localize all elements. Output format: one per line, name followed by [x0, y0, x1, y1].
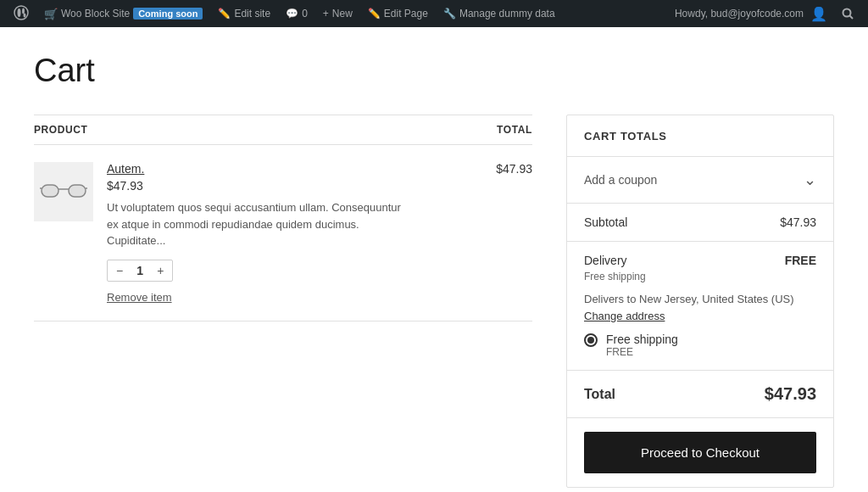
admin-bar-left: 🛒 Woo Block Site Coming soon ✏️ Edit sit…: [7, 0, 675, 27]
shipping-option: Free shipping FREE: [584, 333, 816, 358]
admin-bar: 🛒 Woo Block Site Coming soon ✏️ Edit sit…: [0, 0, 868, 27]
quantity-increase-button[interactable]: +: [155, 265, 165, 277]
svg-rect-7: [69, 185, 86, 197]
manage-data-icon: 🔧: [443, 8, 456, 20]
quantity-control: − 1 +: [107, 260, 173, 282]
edit-page-button[interactable]: ✏️ Edit Page: [361, 0, 435, 27]
edit-page-icon: ✏️: [368, 8, 381, 20]
radio-selected-indicator: [587, 337, 594, 344]
main-content: Cart PRODUCT TOTAL: [0, 27, 868, 492]
shipping-radio[interactable]: [584, 333, 598, 347]
svg-point-2: [22, 8, 25, 14]
delivery-label: Delivery: [584, 254, 627, 267]
wp-logo-button[interactable]: [7, 0, 36, 27]
new-icon: +: [323, 8, 329, 20]
manage-data-label: Manage dummy data: [459, 8, 555, 20]
delivery-sub-label: Free shipping: [584, 271, 816, 282]
total-label: Total: [584, 387, 615, 402]
cart-totals-title: CART TOTALS: [584, 130, 667, 143]
coupon-row[interactable]: Add a coupon ⌄: [567, 157, 833, 204]
subtotal-row: Subtotal $47.93: [567, 204, 833, 242]
coming-soon-badge: Coming soon: [133, 8, 203, 20]
checkout-button[interactable]: Proceed to Checkout: [584, 432, 816, 473]
delivery-section: Delivery FREE Free shipping Delivers to …: [567, 242, 833, 371]
total-row: Total $47.93: [567, 371, 833, 418]
delivery-address: Delivers to New Jersey, United States (U…: [584, 291, 816, 324]
chevron-down-icon: ⌄: [804, 171, 816, 189]
quantity-decrease-button[interactable]: −: [114, 265, 125, 277]
comments-icon: 💬: [286, 8, 298, 20]
product-image: [34, 162, 93, 221]
user-greeting: Howdy, bud@joyofcode.com: [675, 8, 804, 20]
svg-point-4: [843, 9, 851, 17]
comments-count: 0: [302, 8, 308, 20]
cart-totals-header: CART TOTALS: [567, 115, 833, 157]
admin-bar-right: Howdy, bud@joyofcode.com 👤: [675, 0, 861, 27]
edit-page-label: Edit Page: [384, 8, 428, 20]
product-description: Ut voluptatem quos sequi accusantium ull…: [107, 199, 403, 249]
cart-table-section: PRODUCT TOTAL: [34, 115, 532, 321]
edit-site-button[interactable]: ✏️ Edit site: [211, 0, 277, 27]
total-value: $47.93: [765, 384, 816, 404]
shipping-option-price: FREE: [606, 346, 678, 358]
cart-layout: PRODUCT TOTAL: [34, 115, 834, 488]
change-address-link[interactable]: Change address: [584, 310, 665, 322]
product-info-cell: Autem. $47.93 Ut voluptatem quos sequi a…: [107, 145, 486, 321]
product-name[interactable]: Autem.: [107, 162, 144, 176]
shipping-option-label: Free shipping: [606, 333, 678, 346]
delivery-value: FREE: [785, 254, 816, 267]
edit-site-label: Edit site: [234, 8, 270, 20]
svg-point-0: [14, 6, 28, 20]
search-button[interactable]: [834, 0, 861, 27]
user-avatar-icon: 👤: [810, 6, 827, 22]
woo-icon: 🛒: [44, 8, 58, 20]
svg-rect-6: [42, 185, 58, 197]
new-label: New: [332, 8, 353, 20]
product-image-cell: [34, 145, 107, 321]
shipping-option-info: Free shipping FREE: [606, 333, 678, 358]
page-title: Cart: [34, 53, 834, 89]
coupon-label: Add a coupon: [584, 173, 657, 187]
delivery-top: Delivery FREE: [584, 254, 816, 267]
new-button[interactable]: + New: [316, 0, 359, 27]
quantity-value: 1: [131, 264, 148, 277]
table-row: Autem. $47.93 Ut voluptatem quos sequi a…: [34, 145, 532, 321]
remove-item-button[interactable]: Remove item: [107, 291, 172, 304]
wp-logo-icon: [14, 5, 29, 23]
svg-point-3: [24, 13, 26, 17]
manage-data-button[interactable]: 🔧 Manage dummy data: [437, 0, 562, 27]
product-column-header: PRODUCT: [34, 115, 486, 145]
edit-site-icon: ✏️: [218, 8, 231, 20]
total-column-header: TOTAL: [486, 115, 532, 145]
site-name-button[interactable]: 🛒 Woo Block Site Coming soon: [37, 0, 209, 27]
svg-point-1: [18, 8, 21, 17]
subtotal-label: Subtotal: [584, 215, 627, 229]
site-name-label: Woo Block Site: [61, 8, 130, 20]
cart-totals-section: CART TOTALS Add a coupon ⌄ Subtotal $47.…: [566, 115, 834, 488]
comments-button[interactable]: 💬 0: [279, 0, 314, 27]
row-total-cell: $47.93: [486, 145, 532, 321]
product-price: $47.93: [107, 179, 486, 193]
cart-table: PRODUCT TOTAL: [34, 115, 532, 321]
svg-line-5: [850, 16, 854, 20]
subtotal-value: $47.93: [780, 215, 816, 229]
